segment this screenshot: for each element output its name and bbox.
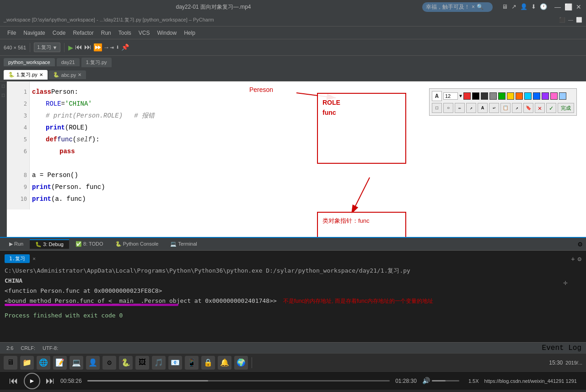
ann-cancel-btn[interactable]: ✕	[535, 103, 545, 113]
taskbar-icon-settings[interactable]: ⚙	[102, 356, 116, 370]
taskbar-icon-user[interactable]: 👤	[86, 356, 100, 370]
taskbar-icon-start[interactable]: 🖥	[4, 356, 17, 370]
window-download-icon[interactable]: ⬇	[531, 3, 536, 11]
media-volume-control[interactable]: 🔊	[422, 377, 459, 385]
project-tab-day21[interactable]: day21	[57, 58, 80, 66]
bottom-tab-todo[interactable]: ✅ 8: TODO	[70, 240, 109, 248]
menu-run[interactable]: Run	[97, 29, 115, 37]
search-icon[interactable]: 🔍	[477, 4, 484, 10]
ann-done-btn[interactable]: 完成	[558, 103, 574, 113]
bookmark-btn[interactable]: 📌	[121, 43, 129, 51]
ann-undo-shape[interactable]: ↩	[489, 103, 499, 113]
ann-copy-shape[interactable]: 📋	[500, 103, 511, 113]
ann-text-shape[interactable]: A	[478, 103, 488, 113]
menu-code[interactable]: Code	[49, 29, 70, 37]
taskbar-icon-folder[interactable]: 📁	[20, 356, 34, 370]
bottom-tab-run[interactable]: ▶ Run	[4, 240, 29, 248]
window-share-icon[interactable]: ↗	[511, 3, 516, 11]
bottom-tab-debug[interactable]: 🐛 3: Debug	[30, 239, 69, 249]
window-clock-icon[interactable]: 🕐	[540, 3, 547, 11]
window-minimize-btn[interactable]: —	[554, 3, 561, 11]
terminal-plus-btn[interactable]: +	[571, 255, 575, 263]
search-close-icon[interactable]: ×	[472, 4, 475, 10]
ann-pen-shape[interactable]: ✏	[455, 103, 465, 113]
pycharm-restore-icon[interactable]: ⬛	[559, 17, 565, 23]
ann-color-pink[interactable]	[550, 92, 558, 100]
volume-icon[interactable]: 🔊	[422, 377, 430, 385]
ann-color-gray[interactable]	[489, 92, 497, 100]
taskbar-icon-image[interactable]: 🖼	[135, 356, 149, 370]
project-tab-workspace[interactable]: python_workspace	[4, 58, 55, 66]
terminal-content[interactable]: 1.复习 ✕ + ⚙ C:\Users\Administrator\AppDat…	[0, 251, 586, 342]
ann-color-green[interactable]	[498, 92, 505, 100]
media-next-btn[interactable]: ⏭	[46, 376, 55, 387]
ann-font-size[interactable]	[443, 92, 458, 100]
terminal-tab-close[interactable]: ✕	[32, 256, 36, 262]
bottom-tab-console[interactable]: 🐍 Python Console	[110, 240, 164, 248]
ann-circle-shape[interactable]: ○	[443, 103, 453, 113]
ann-color-red[interactable]	[463, 92, 471, 100]
menu-tools[interactable]: Tools	[115, 29, 135, 37]
taskbar-icon-earth[interactable]: 🌍	[234, 356, 248, 370]
terminal-tab-active[interactable]: 1.复习	[5, 254, 30, 263]
ann-bookmark-shape[interactable]: 🔖	[523, 103, 533, 113]
ann-export-shape[interactable]: ↗	[512, 103, 522, 113]
file-tab-fuxi-close[interactable]: ✕	[39, 72, 43, 77]
menu-window[interactable]: Window	[153, 29, 180, 37]
ann-color-black[interactable]	[472, 92, 479, 100]
pycharm-minimize2-btn[interactable]: —	[568, 17, 573, 23]
bottom-gear-icon[interactable]: ⚙	[578, 240, 582, 249]
arrow-right-btn[interactable]: →	[104, 44, 108, 51]
window-restore-btn[interactable]: ⬜	[564, 3, 572, 11]
media-vol-bar[interactable]	[432, 380, 459, 381]
code-editor[interactable]: 1 2 3 4 5 6 8 9 10 class Person: ROLE = …	[7, 81, 586, 237]
taskbar-icon-mail[interactable]: 📧	[168, 356, 182, 370]
taskbar-icon-python[interactable]: 🐍	[119, 356, 133, 370]
run-button[interactable]: ▶	[68, 43, 73, 53]
ann-confirm-btn[interactable]: ✓	[546, 103, 556, 113]
project-tab-file[interactable]: 1.复习.py	[81, 58, 112, 67]
ann-arrow-shape[interactable]: ↗	[466, 103, 476, 113]
title-bar-search[interactable]: 幸福，触手可及！ × 🔍	[422, 2, 493, 12]
step-into-btn[interactable]: ⬇	[116, 43, 119, 51]
ann-rect-shape[interactable]: □	[432, 103, 442, 113]
bottom-tab-terminal[interactable]: 💻 Terminal	[165, 240, 202, 248]
ann-color-orange[interactable]	[516, 92, 523, 100]
taskbar-icon-bell[interactable]: 🔔	[218, 356, 231, 370]
ann-color-darkgray[interactable]	[481, 92, 488, 100]
terminal-gear-icon[interactable]: ⚙	[578, 255, 581, 263]
taskbar-icon-notepad[interactable]: 📝	[53, 356, 67, 370]
step-fwd-btn[interactable]: ⏭	[84, 43, 91, 52]
ann-font-a[interactable]: A	[432, 91, 442, 101]
step-back-btn[interactable]: ⏮	[75, 43, 82, 52]
menu-help[interactable]: Help	[180, 29, 199, 37]
taskbar-icon-ie[interactable]: 🌐	[37, 356, 50, 370]
file-tab-fuxi[interactable]: 🐍 1.复习.py ✕	[4, 70, 48, 80]
media-prev-btn[interactable]: ⏮	[9, 376, 18, 387]
ann-color-cyan[interactable]	[524, 92, 532, 100]
media-progress-bar[interactable]	[87, 380, 390, 381]
fast-fwd-btn[interactable]: ⏩	[93, 43, 102, 52]
taskbar-icon-phone[interactable]: 📱	[185, 356, 199, 370]
media-play-btn[interactable]: ▶	[24, 373, 40, 389]
ann-color-yellow[interactable]	[507, 92, 514, 100]
branch-selector[interactable]: 1.复习 ▼	[34, 43, 60, 52]
file-tab-abc-close[interactable]: ✕	[78, 72, 81, 77]
taskbar-icon-security[interactable]: 🔒	[201, 356, 215, 370]
ann-color-purple[interactable]	[542, 92, 549, 100]
ann-font-dropdown[interactable]: ▼	[459, 94, 462, 99]
window-monitor-icon[interactable]: 🖥	[502, 3, 508, 11]
pycharm-max-btn[interactable]: ⬜	[576, 17, 582, 23]
window-user-icon[interactable]: 👤	[520, 3, 527, 11]
status-event-log[interactable]: Event Log	[542, 344, 581, 352]
window-close-btn[interactable]: ✕	[576, 3, 581, 11]
ann-color-lightblue[interactable]	[559, 92, 566, 100]
step-over-btn[interactable]: ⇥	[110, 43, 114, 51]
file-tab-abc[interactable]: 🐍 abc.py ✕	[48, 70, 86, 79]
taskbar-icon-media[interactable]: 🎵	[152, 356, 166, 370]
menu-file[interactable]: File	[4, 29, 20, 37]
ann-color-blue[interactable]	[533, 92, 540, 100]
menu-navigate[interactable]: Navigate	[20, 29, 48, 37]
menu-vcs[interactable]: VCS	[135, 29, 154, 37]
taskbar-icon-cmd[interactable]: 💻	[70, 356, 83, 370]
